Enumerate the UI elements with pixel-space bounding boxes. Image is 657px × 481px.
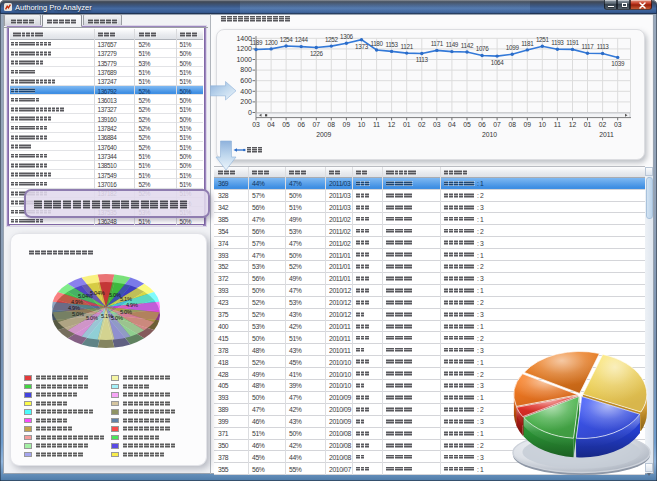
svg-text:1117: 1117 [582, 43, 595, 50]
svg-text:400: 400 [240, 88, 252, 95]
svg-text:1181: 1181 [521, 40, 534, 47]
svg-text:09: 09 [524, 121, 532, 128]
svg-text:04: 04 [448, 121, 456, 128]
svg-text:1306: 1306 [340, 33, 354, 40]
svg-text:07: 07 [493, 121, 501, 128]
svg-text:1180: 1180 [370, 40, 383, 47]
svg-text:2010: 2010 [482, 131, 497, 138]
svg-text:2009: 2009 [316, 131, 331, 138]
svg-text:1099: 1099 [506, 44, 520, 51]
svg-text:10: 10 [539, 121, 547, 128]
svg-text:1191: 1191 [566, 39, 579, 46]
svg-text:02: 02 [599, 121, 607, 128]
svg-text:10: 10 [358, 121, 366, 128]
svg-text:1113: 1113 [597, 43, 610, 50]
svg-text:1189: 1189 [250, 39, 263, 46]
svg-text:05: 05 [463, 121, 471, 128]
svg-text:600: 600 [240, 77, 252, 84]
svg-text:1000: 1000 [236, 56, 252, 63]
svg-text:1113: 1113 [416, 56, 429, 63]
svg-text:01: 01 [403, 121, 411, 128]
svg-text:1200: 1200 [265, 39, 279, 46]
svg-text:1142: 1142 [461, 42, 474, 49]
svg-text:03: 03 [614, 121, 622, 128]
svg-text:1121: 1121 [401, 43, 414, 50]
svg-text:200: 200 [240, 98, 252, 105]
svg-text:1251: 1251 [536, 36, 550, 43]
svg-text:08: 08 [508, 121, 516, 128]
svg-text:0: 0 [248, 109, 252, 116]
svg-text:03: 03 [433, 121, 441, 128]
svg-text:1193: 1193 [551, 39, 564, 46]
svg-text:1064: 1064 [491, 59, 505, 66]
svg-text:06: 06 [478, 121, 486, 128]
svg-text:4.9%: 4.9% [126, 302, 138, 308]
svg-text:08: 08 [328, 121, 336, 128]
svg-text:11: 11 [554, 121, 561, 128]
svg-text:11: 11 [373, 121, 380, 128]
svg-text:1252: 1252 [325, 36, 339, 43]
svg-text:2011: 2011 [599, 131, 614, 138]
svg-text:1226: 1226 [310, 50, 324, 57]
svg-text:03: 03 [252, 121, 260, 128]
svg-text:1153: 1153 [385, 41, 398, 48]
svg-text:02: 02 [418, 121, 426, 128]
svg-text:04: 04 [267, 121, 275, 128]
svg-text:1039: 1039 [611, 60, 625, 67]
svg-text:5.0%: 5.0% [86, 315, 98, 321]
svg-text:800: 800 [240, 66, 252, 73]
svg-text:5.0%: 5.0% [72, 311, 84, 317]
svg-text:1149: 1149 [446, 41, 459, 48]
svg-text:5.04%: 5.04% [90, 290, 105, 296]
svg-text:12: 12 [569, 121, 577, 128]
svg-text:1244: 1244 [295, 36, 309, 43]
svg-text:12: 12 [388, 121, 396, 128]
svg-text:1171: 1171 [431, 40, 444, 47]
svg-text:05: 05 [282, 121, 290, 128]
svg-text:1373: 1373 [355, 43, 369, 50]
svg-text:5.0%: 5.0% [111, 315, 123, 321]
svg-text:1076: 1076 [476, 45, 490, 52]
svg-text:06: 06 [297, 121, 305, 128]
svg-text:1254: 1254 [280, 36, 294, 43]
svg-text:09: 09 [343, 121, 351, 128]
svg-text:01: 01 [584, 121, 592, 128]
svg-text:07: 07 [313, 121, 321, 128]
